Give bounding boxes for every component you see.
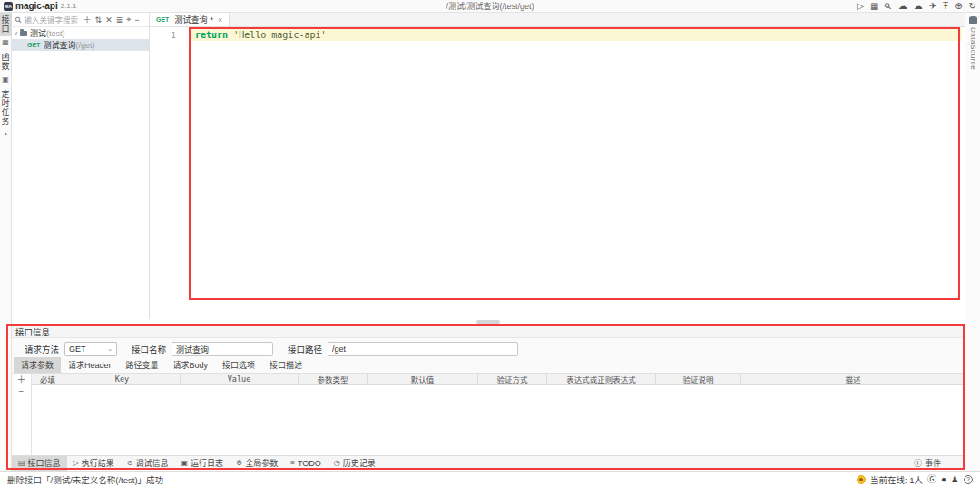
run-icon: ▷ [74, 459, 79, 467]
app-version: 2.1.1 [61, 2, 77, 10]
tab-request-body[interactable]: 请求Body [166, 357, 216, 373]
editor-tab-bar: GET 测试查询 * × [150, 13, 965, 27]
push-icon[interactable]: ✈ [929, 2, 936, 11]
method-badge: GET [156, 16, 169, 23]
gitee-icon[interactable]: Ⓖ [927, 475, 936, 484]
tree-group-row[interactable]: ∨ 测试 (test) [12, 27, 149, 39]
search-input[interactable] [24, 15, 81, 24]
download-cloud-icon[interactable]: ☁ [914, 2, 923, 11]
footer-tab-todo[interactable]: ≡ TODO [284, 456, 328, 471]
clock-icon[interactable]: ◔ [4, 131, 8, 139]
status-bar: 删除接口「/测试/未定义名称(/test)」成功 ☻ 当前在线: 1人 Ⓖ ● … [0, 471, 980, 486]
col-description: 描述 [741, 374, 965, 384]
right-tab-strip: DataSource [965, 13, 980, 471]
splitter-handle[interactable] [476, 320, 500, 324]
request-method-value: GET [69, 345, 86, 354]
theme-icon[interactable]: Ŧ [943, 2, 948, 11]
qq-icon[interactable]: ♟ [951, 475, 959, 484]
sidebar-tab-datasource[interactable]: DataSource [969, 27, 977, 70]
col-validation-type: 验证方式 [478, 374, 547, 384]
sidebar-tab-api[interactable]: 接口 [0, 13, 12, 36]
tab-request-header[interactable]: 请求Header [61, 357, 119, 373]
api-info-icon: ▤ [18, 459, 25, 467]
tab-path-variables[interactable]: 路径变量 [119, 357, 166, 373]
footer-tab-api-info[interactable]: ▤ 接口信息 [12, 456, 67, 471]
refresh-icon[interactable]: ↻ [969, 2, 976, 11]
history-clock-icon: ◷ [334, 459, 340, 467]
footer-tab-run-result[interactable]: ▷ 执行结果 [67, 456, 121, 471]
sort-icon[interactable]: ≣ [115, 15, 124, 24]
footer-tab-history[interactable]: ◷ 历史记录 [328, 456, 382, 471]
footer-tab-label: 调试信息 [135, 457, 168, 469]
editor-tab[interactable]: GET 测试查询 * × [150, 13, 230, 26]
footer-tab-run-log[interactable]: ▣ 运行日志 [174, 456, 230, 471]
editor-area: GET 测试查询 * × 1 return 'Hello magic-api' [150, 13, 965, 319]
footer-tab-label: 接口信息 [28, 457, 61, 469]
topbar-actions: ▷ ▦ ⚲ ☁ ☁ ✈ Ŧ ⊕ ↻ [857, 2, 976, 11]
function-icon[interactable]: ▣ [2, 75, 9, 83]
remove-row-button[interactable]: − [19, 385, 24, 397]
footer-tab-label: 执行结果 [82, 457, 114, 469]
api-icon[interactable]: ▦ [2, 38, 9, 46]
save-icon[interactable]: ▦ [870, 2, 878, 11]
top-bar: MA magic-api 2.1.1 /测试/测试查询(/test/get) ▷… [0, 0, 980, 13]
col-required: 必填 [32, 374, 64, 384]
method-label: 请求方法 [24, 343, 59, 355]
info-icon: ⓘ [914, 457, 922, 469]
panel-footer-tabs: ▤ 接口信息 ▷ 执行结果 ⊙ 调试信息 ▣ 运行日志 ⚙ 全局参数 ≡ TOD… [12, 455, 965, 470]
api-name-label: 接口名称 [132, 343, 166, 355]
left-tab-strip: 接口 ▦ 函数 ▣ 定时任务 ◔ [0, 13, 12, 471]
col-default-value: 默认值 [368, 374, 478, 384]
request-config-tabs: 请求参数 请求Header 路径变量 请求Body 接口选项 接口描述 [12, 360, 965, 374]
api-info-panel: 接口信息 请求方法 GET ⌄ 接口名称 接口路径 请求参数 请求Header … [12, 325, 965, 470]
user-avatar[interactable]: ☻ [857, 475, 866, 484]
tab-request-params[interactable]: 请求参数 [14, 357, 61, 373]
close-icon[interactable]: ✕ [104, 15, 113, 24]
run-icon[interactable]: ▷ [857, 2, 864, 11]
sidebar-tab-scheduled-task[interactable]: 定时任务 [0, 87, 12, 129]
github-icon[interactable]: ● [941, 475, 946, 484]
gear-icon: ⚙ [236, 459, 242, 467]
locate-icon[interactable]: ⌖ [125, 15, 132, 24]
footer-tab-debug-info[interactable]: ⊙ 调试信息 [121, 456, 175, 471]
footer-tab-global-params[interactable]: ⚙ 全局参数 [230, 456, 284, 471]
editor-tab-title: 测试查询 [174, 14, 207, 25]
method-badge: GET [27, 42, 40, 48]
app-title: magic-api [15, 1, 58, 11]
close-icon[interactable]: × [218, 15, 222, 24]
collapse-panel-icon[interactable]: − [133, 15, 140, 24]
tree-api-row[interactable]: GET 测试查询 (/get) [12, 39, 149, 51]
api-path: (/get) [75, 41, 94, 50]
chevron-down-icon[interactable]: ∨ [12, 30, 20, 37]
group-path: (test) [46, 29, 65, 38]
debug-icon: ⊙ [127, 459, 133, 467]
add-icon[interactable]: ＋ [83, 14, 93, 25]
table-header-row: 必填 Key Value 参数类型 默认值 验证方式 表达式或正则表达式 验证说… [32, 374, 965, 385]
expand-icon[interactable]: ⇅ [94, 15, 103, 24]
sidebar-tab-function[interactable]: 函数 [0, 50, 12, 73]
footer-tab-events[interactable]: ⓘ 事件 [914, 457, 965, 469]
code-line[interactable]: return 'Hello magic-api' [195, 30, 327, 40]
api-path-field[interactable] [328, 342, 518, 356]
api-name-field[interactable] [172, 342, 273, 356]
language-icon[interactable]: ⊕ [955, 2, 962, 11]
request-method-select[interactable]: GET ⌄ [64, 342, 117, 356]
tab-api-options[interactable]: 接口选项 [215, 357, 262, 373]
database-icon[interactable] [969, 16, 977, 24]
table-body-empty[interactable] [32, 385, 965, 455]
tab-api-description[interactable]: 接口描述 [262, 357, 309, 373]
api-name: 测试查询 [43, 39, 75, 51]
api-path-label: 接口路径 [288, 343, 322, 355]
help-icon[interactable]: ? [964, 475, 973, 484]
col-param-type: 参数类型 [299, 374, 368, 384]
code-keyword: return [195, 30, 228, 40]
search-icon: ⚲ [13, 14, 24, 25]
upload-cloud-icon[interactable]: ☁ [898, 2, 907, 11]
col-value: Value [181, 374, 299, 384]
panel-title: 接口信息 [15, 326, 50, 338]
search-icon[interactable]: ⚲ [883, 0, 894, 11]
online-count: 当前在线: 1人 [870, 473, 923, 486]
add-row-button[interactable]: ＋ [17, 374, 26, 385]
current-api-path: /测试/测试查询(/test/get) [0, 0, 980, 12]
status-message: 删除接口「/测试/未定义名称(/test)」成功 [7, 473, 163, 486]
